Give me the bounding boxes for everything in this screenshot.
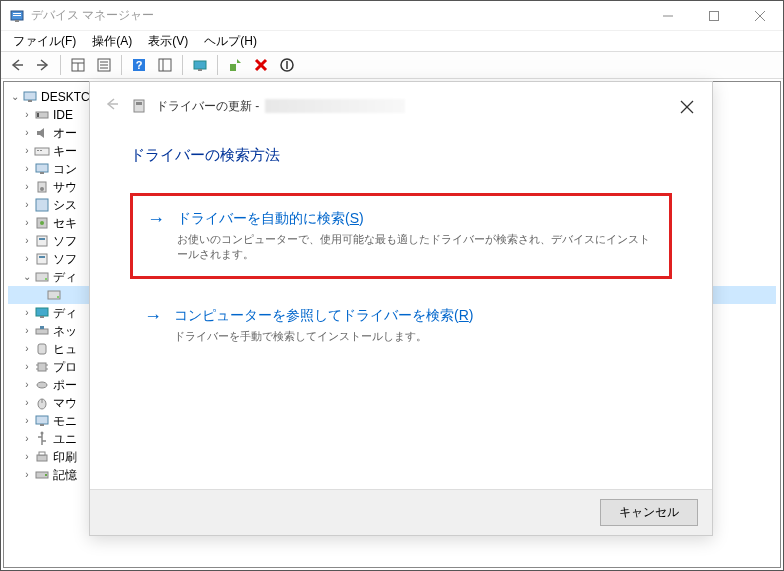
dialog-back-icon[interactable] xyxy=(104,96,120,116)
dialog-close-button[interactable] xyxy=(680,100,694,118)
system-icon xyxy=(34,197,50,213)
titlebar: デバイス マネージャー xyxy=(1,1,783,31)
forward-button[interactable] xyxy=(31,54,55,76)
svg-rect-66 xyxy=(39,452,45,455)
app-icon xyxy=(9,8,25,24)
svg-rect-22 xyxy=(198,69,202,71)
svg-rect-70 xyxy=(134,100,144,112)
hid-icon xyxy=(34,341,50,357)
audio-icon xyxy=(34,125,50,141)
svg-rect-31 xyxy=(35,148,49,155)
disk-icon xyxy=(34,269,50,285)
svg-point-40 xyxy=(40,221,44,225)
keyboard-icon xyxy=(34,143,50,159)
option-browse-computer[interactable]: → コンピューターを参照してドライバーを検索(R) ドライバーを手動で検索してイ… xyxy=(130,293,672,358)
svg-rect-1 xyxy=(13,13,21,14)
svg-rect-5 xyxy=(710,11,719,20)
svg-rect-52 xyxy=(40,326,44,329)
scan-hardware-icon[interactable] xyxy=(188,54,212,76)
arrow-right-icon: → xyxy=(144,307,162,344)
svg-point-48 xyxy=(57,296,59,298)
svg-rect-23 xyxy=(230,64,236,71)
svg-rect-50 xyxy=(40,316,44,318)
device-name-blur xyxy=(265,99,405,113)
network-icon xyxy=(34,323,50,339)
svg-text:?: ? xyxy=(136,59,143,71)
maximize-button[interactable] xyxy=(691,1,737,31)
help-icon[interactable]: ? xyxy=(127,54,151,76)
update-driver-icon[interactable] xyxy=(223,54,247,76)
svg-point-59 xyxy=(37,382,47,388)
usb-icon xyxy=(34,431,50,447)
svg-point-37 xyxy=(40,187,44,191)
arrow-right-icon: → xyxy=(147,210,165,262)
svg-rect-62 xyxy=(36,416,48,424)
svg-rect-42 xyxy=(39,238,45,240)
window-title: デバイス マネージャー xyxy=(31,7,645,24)
menu-action[interactable]: 操作(A) xyxy=(86,31,138,52)
svg-rect-33 xyxy=(40,150,42,151)
svg-rect-32 xyxy=(37,150,39,151)
storage-icon xyxy=(34,467,50,483)
cancel-button[interactable]: キャンセル xyxy=(600,499,698,526)
svg-rect-2 xyxy=(13,15,21,16)
ide-icon xyxy=(34,107,50,123)
dialog-heading: ドライバーの検索方法 xyxy=(130,146,672,165)
option2-desc: ドライバーを手動で検索してインストールします。 xyxy=(174,329,473,344)
svg-rect-21 xyxy=(194,61,206,69)
svg-rect-54 xyxy=(38,363,46,371)
svg-rect-44 xyxy=(39,256,45,258)
toolbar-icon-1[interactable] xyxy=(66,54,90,76)
monitor-icon xyxy=(34,413,50,429)
svg-rect-51 xyxy=(36,329,48,334)
svg-point-64 xyxy=(41,432,44,435)
port-icon xyxy=(34,377,50,393)
display-icon xyxy=(34,305,50,321)
svg-rect-41 xyxy=(37,236,47,246)
disable-icon[interactable] xyxy=(275,54,299,76)
software-icon xyxy=(34,251,50,267)
back-button[interactable] xyxy=(5,54,29,76)
dialog-footer: キャンセル xyxy=(90,489,712,535)
menu-help[interactable]: ヘルプ(H) xyxy=(198,31,263,52)
svg-rect-38 xyxy=(36,199,48,211)
toolbar-icon-2[interactable] xyxy=(92,54,116,76)
disk-icon xyxy=(46,287,62,303)
svg-rect-3 xyxy=(15,20,19,22)
option2-title: コンピューターを参照してドライバーを検索(R) xyxy=(174,307,473,325)
menubar: ファイル(F) 操作(A) 表示(V) ヘルプ(H) xyxy=(1,31,783,51)
svg-rect-65 xyxy=(37,455,47,461)
option1-title: ドライバーを自動的に検索(S) xyxy=(177,210,655,228)
minimize-button[interactable] xyxy=(645,1,691,31)
mouse-icon xyxy=(34,395,50,411)
processor-icon xyxy=(34,359,50,375)
update-driver-dialog: ドライバーの更新 - ドライバーの検索方法 → ドライバーを自動的に検索(S) … xyxy=(89,81,713,536)
software-icon xyxy=(34,233,50,249)
uninstall-icon[interactable] xyxy=(249,54,273,76)
svg-rect-68 xyxy=(45,474,47,476)
svg-rect-49 xyxy=(36,308,48,316)
toolbar-icon-3[interactable] xyxy=(153,54,177,76)
menu-file[interactable]: ファイル(F) xyxy=(7,31,82,52)
sound-icon xyxy=(34,179,50,195)
security-icon xyxy=(34,215,50,231)
dialog-breadcrumb: ドライバーの更新 - xyxy=(156,98,405,115)
svg-rect-34 xyxy=(36,164,48,172)
option-search-automatically[interactable]: → ドライバーを自動的に検索(S) お使いのコンピューターで、使用可能な最も適し… xyxy=(130,193,672,279)
menu-view[interactable]: 表示(V) xyxy=(142,31,194,52)
dialog-device-icon xyxy=(130,97,148,115)
svg-rect-53 xyxy=(38,344,46,354)
svg-rect-71 xyxy=(136,102,142,105)
close-button[interactable] xyxy=(737,1,783,31)
svg-rect-43 xyxy=(37,254,47,264)
svg-rect-35 xyxy=(40,172,44,174)
computer-icon xyxy=(34,161,50,177)
svg-rect-30 xyxy=(37,113,39,117)
toolbar: ? xyxy=(1,51,783,79)
svg-point-46 xyxy=(45,278,47,280)
option1-desc: お使いのコンピューターで、使用可能な最も適したドライバーが検索され、デバイスにイ… xyxy=(177,232,655,262)
svg-rect-63 xyxy=(40,424,44,426)
svg-rect-28 xyxy=(28,100,32,102)
svg-rect-19 xyxy=(159,59,171,71)
svg-rect-27 xyxy=(24,92,36,100)
